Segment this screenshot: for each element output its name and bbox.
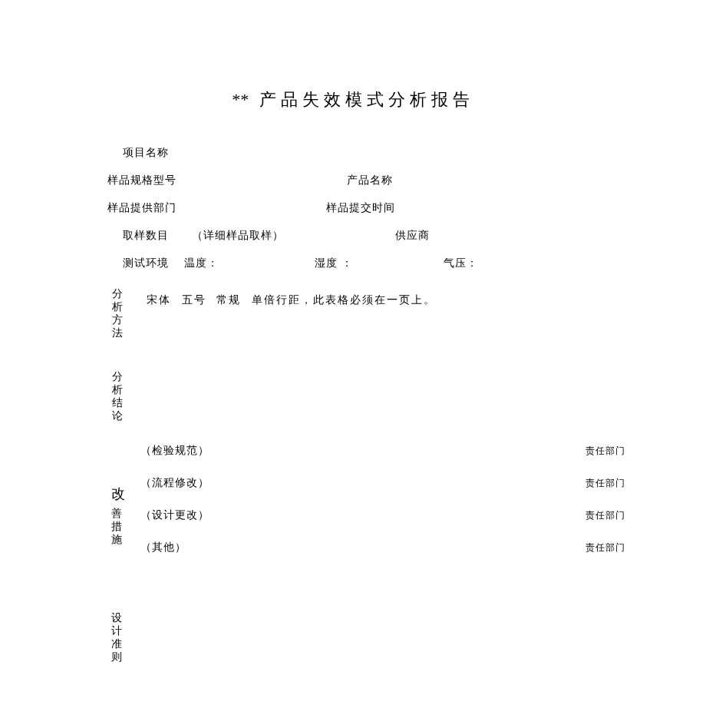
method-style: 常规 <box>216 294 241 306</box>
section-design-rule: 设计准则 <box>111 611 599 663</box>
label-product-name: 产品名称 <box>347 174 393 187</box>
label-improve-chars: 善措施 <box>111 507 133 546</box>
method-spacing: 单倍行距，此表格必须在一页上。 <box>252 294 436 306</box>
analysis-conclusion-content <box>124 370 599 425</box>
section-analysis-method: 分析方法 宋体 五号 常规 单倍行距，此表格必须在一页上。 <box>107 287 599 339</box>
improve-row-2: （设计更改） 责任部门 <box>140 508 599 541</box>
document-title: ** 产品失效模式分析报告 <box>107 88 599 111</box>
label-improve-char1: 改 <box>111 485 133 502</box>
improve-item-1: （流程修改） <box>140 476 209 490</box>
label-project-name: 项目名称 <box>123 146 169 160</box>
analysis-method-content: 宋体 五号 常规 单倍行距，此表格必须在一页上。 <box>124 287 599 339</box>
document-page: ** 产品失效模式分析报告 项目名称 样品规格型号 产品名称 样品提供部门 样品… <box>0 0 706 702</box>
method-size: 五号 <box>182 294 206 306</box>
row-sample-supplier: 取样数目 （详细样品取样） 供应商 <box>107 229 599 243</box>
label-analysis-method: 分析方法 <box>111 287 124 339</box>
label-supplier: 供应商 <box>395 229 430 243</box>
improve-resp-2: 责任部门 <box>586 509 625 522</box>
improve-row-0: （检验规范） 责任部门 <box>140 444 599 476</box>
label-sample-count: 取样数目 <box>123 229 169 243</box>
label-provide-dept: 样品提供部门 <box>107 201 176 215</box>
improve-item-3: （其他） <box>140 541 186 554</box>
label-humidity: 湿度 ： <box>315 256 353 270</box>
title-prefix: ** <box>232 90 249 109</box>
improve-item-0: （检验规范） <box>140 444 209 458</box>
title-text: 产品失效模式分析报告 <box>259 90 474 109</box>
improve-row-1: （流程修改） 责任部门 <box>140 476 599 508</box>
improve-item-2: （设计更改） <box>140 508 209 522</box>
row-environment: 测试环境 温度： 湿度 ： 气压： <box>107 256 599 270</box>
section-improvement: 改 善措施 （检验规范） 责任部门 （流程修改） 责任部门 （设计更改） 责任部… <box>107 444 599 573</box>
label-pressure: 气压： <box>444 256 478 270</box>
label-submit-time: 样品提交时间 <box>326 201 395 215</box>
row-dept-submit: 样品提供部门 样品提交时间 <box>107 201 599 215</box>
row-project: 项目名称 <box>107 146 599 160</box>
label-temperature: 温度： <box>184 256 219 270</box>
label-test-env: 测试环境 <box>123 256 169 270</box>
label-sample-detail: （详细样品取样） <box>192 229 284 243</box>
row-spec-product: 样品规格型号 产品名称 <box>107 174 599 187</box>
improvement-body: （检验规范） 责任部门 （流程修改） 责任部门 （设计更改） 责任部门 （其他）… <box>133 444 599 573</box>
section-analysis-conclusion: 分析结论 <box>107 370 599 425</box>
method-font: 宋体 <box>147 294 171 306</box>
label-spec-model: 样品规格型号 <box>107 174 176 187</box>
improve-row-3: （其他） 责任部门 <box>140 541 599 573</box>
label-design-rule: 设计准则 <box>111 611 122 663</box>
improve-resp-0: 责任部门 <box>586 445 625 458</box>
label-analysis-conclusion: 分析结论 <box>111 370 124 425</box>
improve-resp-3: 责任部门 <box>586 541 625 554</box>
improve-resp-1: 责任部门 <box>586 477 625 490</box>
label-improvement-container: 改 善措施 <box>111 444 133 573</box>
